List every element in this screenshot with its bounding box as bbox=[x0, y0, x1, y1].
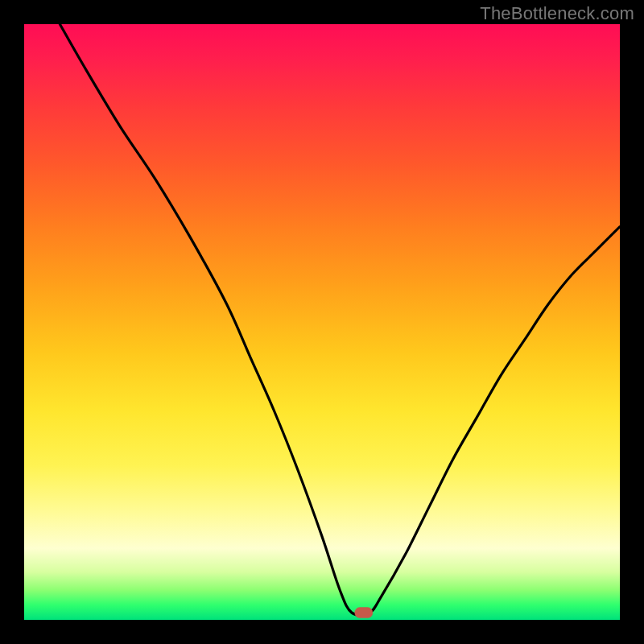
watermark-text: TheBottleneck.com bbox=[480, 3, 634, 24]
curve-layer bbox=[24, 24, 620, 620]
bottleneck-curve bbox=[60, 24, 620, 615]
chart-frame: TheBottleneck.com bbox=[0, 0, 644, 644]
plot-area bbox=[24, 24, 620, 620]
minimum-marker bbox=[355, 608, 373, 618]
